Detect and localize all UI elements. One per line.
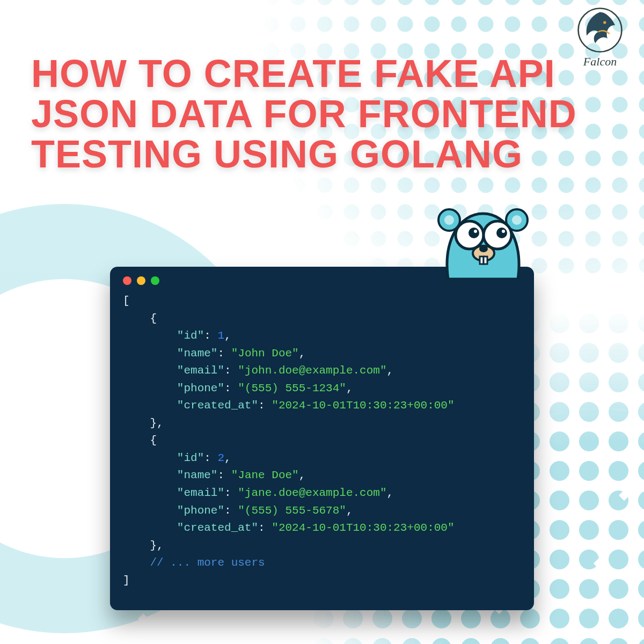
svg-point-9 [496, 228, 507, 238]
falcon-icon [576, 6, 624, 54]
svg-point-13 [479, 246, 488, 252]
svg-rect-15 [484, 257, 487, 264]
svg-point-5 [512, 215, 522, 225]
svg-point-11 [502, 230, 505, 233]
svg-point-1 [603, 21, 606, 24]
window-close-icon [123, 276, 131, 285]
window-minimize-icon [137, 276, 145, 285]
gopher-mascot-icon [437, 204, 529, 279]
brand-logo: Falcon [576, 6, 624, 69]
window-zoom-icon [151, 276, 159, 285]
svg-point-8 [469, 228, 479, 238]
brand-name: Falcon [576, 55, 624, 69]
json-code-block: [ { "id": 1, "name": "John Doe", "email"… [123, 292, 521, 589]
svg-point-10 [474, 230, 477, 233]
code-window: [ { "id": 1, "name": "John Doe", "email"… [110, 267, 534, 610]
svg-point-3 [444, 215, 454, 225]
page-title: HOW TO CREATE FAKE API JSON DATA FOR FRO… [31, 54, 580, 174]
